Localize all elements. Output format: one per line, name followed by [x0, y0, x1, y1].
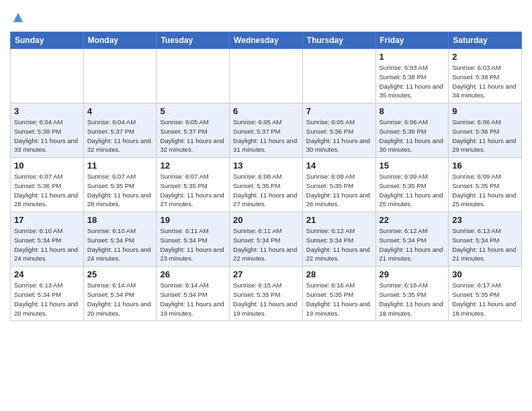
calendar-day-cell: 30Sunrise: 6:17 AM Sunset: 5:35 PM Dayli… — [449, 267, 522, 321]
day-info: Sunrise: 6:08 AM Sunset: 5:35 PM Dayligh… — [233, 172, 299, 209]
day-number: 6 — [233, 106, 299, 116]
day-number: 11 — [87, 161, 153, 171]
calendar-week-row: 24Sunrise: 6:13 AM Sunset: 5:34 PM Dayli… — [11, 267, 522, 321]
calendar-day-cell: 10Sunrise: 6:07 AM Sunset: 5:36 PM Dayli… — [11, 158, 84, 212]
calendar-day-cell: 15Sunrise: 6:09 AM Sunset: 5:35 PM Dayli… — [375, 158, 449, 212]
calendar-day-cell — [11, 49, 84, 103]
day-info: Sunrise: 6:16 AM Sunset: 5:35 PM Dayligh… — [380, 281, 445, 318]
day-number: 12 — [160, 161, 226, 171]
day-number: 17 — [14, 215, 80, 225]
weekday-header-cell: Saturday — [449, 32, 522, 49]
calendar-day-cell: 23Sunrise: 6:13 AM Sunset: 5:34 PM Dayli… — [449, 212, 522, 267]
calendar-day-cell: 29Sunrise: 6:16 AM Sunset: 5:35 PM Dayli… — [375, 267, 449, 321]
day-info: Sunrise: 6:08 AM Sunset: 5:35 PM Dayligh… — [306, 172, 372, 209]
calendar-day-cell — [157, 49, 230, 103]
weekday-header-cell: Thursday — [302, 32, 375, 49]
day-info: Sunrise: 6:05 AM Sunset: 5:37 PM Dayligh… — [160, 118, 226, 154]
day-info: Sunrise: 6:15 AM Sunset: 5:35 PM Dayligh… — [233, 281, 299, 318]
calendar-day-cell: 1Sunrise: 6:03 AM Sunset: 5:38 PM Daylig… — [375, 49, 449, 103]
calendar-week-row: 10Sunrise: 6:07 AM Sunset: 5:36 PM Dayli… — [11, 158, 522, 212]
day-info: Sunrise: 6:13 AM Sunset: 5:34 PM Dayligh… — [452, 226, 518, 263]
day-number: 23 — [452, 215, 518, 225]
day-number: 13 — [233, 161, 299, 171]
calendar-day-cell: 9Sunrise: 6:06 AM Sunset: 5:36 PM Daylig… — [449, 103, 522, 158]
day-info: Sunrise: 6:09 AM Sunset: 5:35 PM Dayligh… — [452, 172, 518, 209]
day-info: Sunrise: 6:07 AM Sunset: 5:36 PM Dayligh… — [14, 172, 80, 209]
day-number: 18 — [87, 215, 153, 225]
day-info: Sunrise: 6:10 AM Sunset: 5:34 PM Dayligh… — [14, 226, 80, 263]
calendar-week-row: 3Sunrise: 6:04 AM Sunset: 5:38 PM Daylig… — [11, 103, 522, 158]
calendar-day-cell: 18Sunrise: 6:10 AM Sunset: 5:34 PM Dayli… — [83, 212, 157, 267]
day-number: 19 — [160, 215, 226, 225]
weekday-header-cell: Tuesday — [157, 32, 230, 49]
day-info: Sunrise: 6:11 AM Sunset: 5:34 PM Dayligh… — [160, 226, 226, 263]
day-number: 29 — [380, 269, 445, 279]
day-number: 4 — [87, 106, 153, 116]
weekday-header-cell: Wednesday — [230, 32, 303, 49]
calendar-day-cell: 8Sunrise: 6:06 AM Sunset: 5:36 PM Daylig… — [375, 103, 449, 158]
calendar-day-cell: 3Sunrise: 6:04 AM Sunset: 5:38 PM Daylig… — [11, 103, 84, 158]
calendar-week-row: 1Sunrise: 6:03 AM Sunset: 5:38 PM Daylig… — [11, 49, 522, 103]
header — [10, 7, 522, 26]
day-number: 14 — [306, 161, 372, 171]
calendar-day-cell: 28Sunrise: 6:16 AM Sunset: 5:35 PM Dayli… — [302, 267, 375, 321]
day-number: 24 — [14, 269, 80, 279]
calendar-day-cell: 16Sunrise: 6:09 AM Sunset: 5:35 PM Dayli… — [449, 158, 522, 212]
calendar: SundayMondayTuesdayWednesdayThursdayFrid… — [10, 32, 522, 321]
calendar-day-cell — [83, 49, 157, 103]
calendar-day-cell: 25Sunrise: 6:14 AM Sunset: 5:34 PM Dayli… — [83, 267, 157, 321]
calendar-day-cell: 11Sunrise: 6:07 AM Sunset: 5:35 PM Dayli… — [83, 158, 157, 212]
calendar-day-cell: 20Sunrise: 6:11 AM Sunset: 5:34 PM Dayli… — [230, 212, 303, 267]
calendar-day-cell: 27Sunrise: 6:15 AM Sunset: 5:35 PM Dayli… — [230, 267, 303, 321]
calendar-week-row: 17Sunrise: 6:10 AM Sunset: 5:34 PM Dayli… — [11, 212, 522, 267]
weekday-header-cell: Monday — [83, 32, 157, 49]
day-number: 3 — [14, 106, 80, 116]
day-number: 20 — [233, 215, 299, 225]
calendar-day-cell: 17Sunrise: 6:10 AM Sunset: 5:34 PM Dayli… — [11, 212, 84, 267]
day-info: Sunrise: 6:16 AM Sunset: 5:35 PM Dayligh… — [306, 281, 372, 318]
day-info: Sunrise: 6:03 AM Sunset: 5:38 PM Dayligh… — [452, 63, 518, 100]
day-number: 22 — [380, 215, 445, 225]
calendar-day-cell: 7Sunrise: 6:05 AM Sunset: 5:36 PM Daylig… — [302, 103, 375, 158]
calendar-day-cell — [302, 49, 375, 103]
day-info: Sunrise: 6:05 AM Sunset: 5:37 PM Dayligh… — [233, 118, 299, 154]
day-info: Sunrise: 6:07 AM Sunset: 5:35 PM Dayligh… — [87, 172, 153, 209]
weekday-header-cell: Sunday — [11, 32, 84, 49]
day-info: Sunrise: 6:11 AM Sunset: 5:34 PM Dayligh… — [233, 226, 299, 263]
day-info: Sunrise: 6:10 AM Sunset: 5:34 PM Dayligh… — [87, 226, 153, 263]
day-number: 27 — [233, 269, 299, 279]
weekday-header-cell: Friday — [375, 32, 449, 49]
logo — [10, 10, 24, 26]
day-info: Sunrise: 6:04 AM Sunset: 5:37 PM Dayligh… — [87, 118, 153, 154]
day-number: 7 — [306, 106, 372, 116]
day-number: 9 — [452, 106, 518, 116]
weekday-header-row: SundayMondayTuesdayWednesdayThursdayFrid… — [11, 32, 522, 49]
day-number: 15 — [380, 161, 445, 171]
day-number: 2 — [452, 52, 518, 62]
day-number: 28 — [306, 269, 372, 279]
svg-marker-0 — [13, 13, 23, 22]
calendar-day-cell: 2Sunrise: 6:03 AM Sunset: 5:38 PM Daylig… — [449, 49, 522, 103]
calendar-day-cell — [230, 49, 303, 103]
day-info: Sunrise: 6:13 AM Sunset: 5:34 PM Dayligh… — [14, 281, 80, 318]
day-number: 21 — [306, 215, 372, 225]
calendar-day-cell: 24Sunrise: 6:13 AM Sunset: 5:34 PM Dayli… — [11, 267, 84, 321]
day-info: Sunrise: 6:09 AM Sunset: 5:35 PM Dayligh… — [380, 172, 445, 209]
calendar-body: 1Sunrise: 6:03 AM Sunset: 5:38 PM Daylig… — [11, 49, 522, 321]
calendar-day-cell: 13Sunrise: 6:08 AM Sunset: 5:35 PM Dayli… — [230, 158, 303, 212]
day-number: 1 — [380, 52, 445, 62]
calendar-day-cell: 19Sunrise: 6:11 AM Sunset: 5:34 PM Dayli… — [157, 212, 230, 267]
calendar-day-cell: 14Sunrise: 6:08 AM Sunset: 5:35 PM Dayli… — [302, 158, 375, 212]
page: SundayMondayTuesdayWednesdayThursdayFrid… — [0, 0, 532, 331]
day-info: Sunrise: 6:05 AM Sunset: 5:36 PM Dayligh… — [306, 118, 372, 154]
day-info: Sunrise: 6:17 AM Sunset: 5:35 PM Dayligh… — [452, 281, 518, 318]
calendar-day-cell: 21Sunrise: 6:12 AM Sunset: 5:34 PM Dayli… — [302, 212, 375, 267]
day-number: 8 — [380, 106, 445, 116]
calendar-day-cell: 22Sunrise: 6:12 AM Sunset: 5:34 PM Dayli… — [375, 212, 449, 267]
day-info: Sunrise: 6:04 AM Sunset: 5:38 PM Dayligh… — [14, 118, 80, 154]
day-info: Sunrise: 6:07 AM Sunset: 5:35 PM Dayligh… — [160, 172, 226, 209]
day-number: 30 — [452, 269, 518, 279]
day-info: Sunrise: 6:14 AM Sunset: 5:34 PM Dayligh… — [160, 281, 226, 318]
day-info: Sunrise: 6:14 AM Sunset: 5:34 PM Dayligh… — [87, 281, 153, 318]
day-number: 26 — [160, 269, 226, 279]
